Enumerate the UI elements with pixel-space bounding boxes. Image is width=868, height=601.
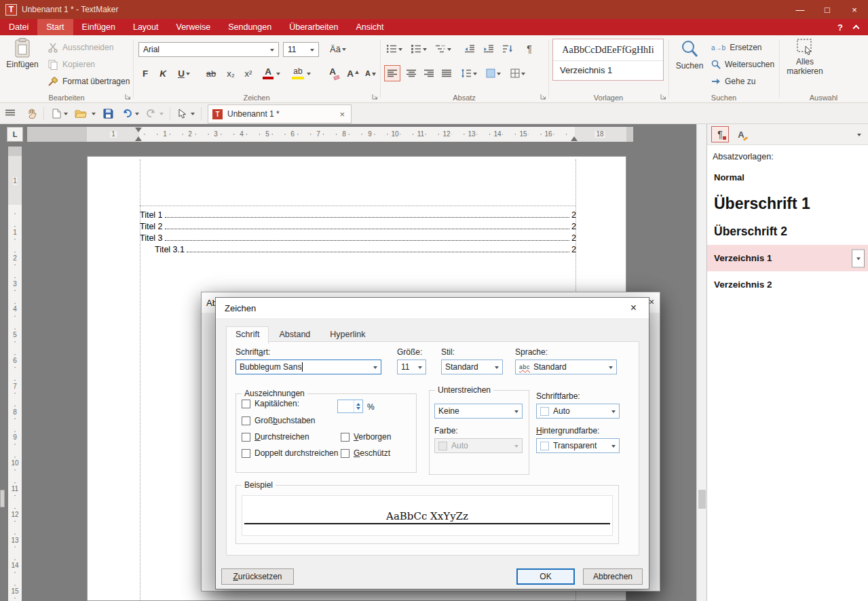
goto-button[interactable]: Gehe zu <box>711 73 755 90</box>
justify-button[interactable] <box>438 65 455 81</box>
left-panel-grip[interactable] <box>0 490 5 507</box>
copy-button[interactable]: Kopieren <box>48 56 95 73</box>
vertical-ruler[interactable] <box>8 147 22 601</box>
save-button[interactable] <box>100 105 115 121</box>
tab-stop-selector[interactable]: L <box>7 127 23 142</box>
checkbox-icon[interactable] <box>341 449 350 458</box>
undo-button[interactable] <box>119 105 134 121</box>
shading-button[interactable] <box>483 65 504 81</box>
open-button[interactable] <box>72 105 90 121</box>
increase-indent-button[interactable] <box>480 41 497 57</box>
bold-button[interactable]: F <box>137 65 153 81</box>
style-preview-item[interactable]: AaBbCcDdEeFfGgHhIi <box>553 39 663 61</box>
shrink-font-button[interactable]: A <box>362 65 379 81</box>
protected-checkbox[interactable]: Geschützt <box>341 448 390 458</box>
paste-button[interactable]: Einfügen <box>4 38 41 70</box>
format-painter-button[interactable]: Format übertragen <box>48 73 130 90</box>
font-color-combo[interactable]: Auto <box>536 404 620 419</box>
spinner-down-icon[interactable] <box>354 406 362 412</box>
numbered-list-button[interactable] <box>409 41 429 57</box>
document-tab-close-icon[interactable]: × <box>337 109 347 119</box>
style-list-item[interactable]: Überschrift 1 <box>707 189 868 218</box>
new-document-menu[interactable] <box>62 105 70 121</box>
character-styles-tab[interactable]: A <box>732 126 750 142</box>
formatting-marks-button[interactable]: ¶ <box>521 41 537 57</box>
sidebar-menu-icon[interactable] <box>857 134 861 138</box>
highlight-button[interactable]: ab <box>288 65 314 81</box>
redo-button[interactable] <box>144 105 159 121</box>
font-size-combo[interactable]: 11 <box>283 42 319 57</box>
grow-font-button[interactable]: A <box>345 65 361 81</box>
cut-button[interactable]: Ausschneiden <box>48 39 113 56</box>
underline-style-combo[interactable]: Keine <box>434 404 523 419</box>
first-line-indent-marker[interactable] <box>135 128 142 132</box>
ribbon-tab[interactable]: Datei <box>0 19 37 35</box>
underline-color-combo[interactable]: Auto <box>434 438 523 453</box>
line-spacing-button[interactable] <box>459 65 479 81</box>
clear-formatting-button[interactable]: A <box>324 65 341 81</box>
ok-button[interactable]: OK <box>516 568 575 585</box>
checkbox-icon[interactable] <box>242 416 250 425</box>
minimize-button[interactable]: — <box>787 0 814 19</box>
checkbox-icon[interactable] <box>242 433 250 442</box>
ribbon-tab[interactable]: Sendungen <box>219 19 280 35</box>
checkbox-icon[interactable] <box>341 433 350 442</box>
style-list-item[interactable]: Verzeichnis 2 <box>707 271 868 298</box>
undo-menu[interactable] <box>133 105 141 121</box>
font-color-button[interactable]: A <box>259 65 282 81</box>
select-tool-button[interactable] <box>175 105 190 121</box>
sort-button[interactable] <box>499 41 516 57</box>
decrease-indent-button[interactable] <box>461 41 478 57</box>
checkbox-icon[interactable] <box>242 400 250 408</box>
maximize-button[interactable]: □ <box>814 0 841 19</box>
paragraph-styles-tab[interactable]: ¶ <box>711 126 729 142</box>
superscript-button[interactable]: x² <box>240 65 257 81</box>
underline-button[interactable]: U <box>172 65 195 81</box>
dialog-font-name-combo[interactable]: Bubblegum Sans <box>235 360 381 374</box>
all-caps-checkbox[interactable]: Großbuchstaben <box>242 416 315 425</box>
align-right-button[interactable] <box>421 65 437 81</box>
dialog-font-size-combo[interactable]: 11 <box>397 360 426 374</box>
italic-button[interactable]: K <box>155 65 171 81</box>
find-next-button[interactable]: Weitersuchen <box>711 56 774 73</box>
align-center-button[interactable] <box>403 65 419 81</box>
pan-tool-button[interactable] <box>24 105 39 121</box>
style-list-item[interactable]: Überschrift 2 <box>707 218 868 245</box>
cancel-button[interactable]: Abbrechen <box>583 568 643 585</box>
close-button[interactable]: × <box>841 0 868 19</box>
ribbon-tab[interactable]: Überarbeiten <box>280 19 347 35</box>
style-dropdown-button[interactable] <box>852 249 865 267</box>
right-indent-marker[interactable] <box>571 136 578 141</box>
style-preview-item[interactable]: Verzeichnis 1 <box>553 61 663 79</box>
small-caps-percent-spinner[interactable] <box>337 400 363 413</box>
open-menu[interactable] <box>90 105 98 121</box>
strikethrough-checkbox[interactable]: Durchstreichen <box>242 432 309 442</box>
scrollbar-thumb[interactable] <box>698 490 706 509</box>
reset-button[interactable]: Zurücksetzen <box>221 568 294 585</box>
change-case-button[interactable]: Ää <box>324 41 352 57</box>
hidden-checkbox[interactable]: Verborgen <box>341 432 391 442</box>
select-tool-menu[interactable] <box>189 105 197 121</box>
dialog-language-combo[interactable]: abc Standard <box>515 360 617 374</box>
ribbon-tab[interactable]: Ansicht <box>347 19 392 35</box>
dialog-titlebar[interactable]: Zeichen <box>216 298 649 318</box>
redo-menu[interactable] <box>157 105 166 121</box>
dialog-tab[interactable]: Schrift <box>226 326 269 344</box>
small-caps-checkbox[interactable]: Kapitälchen: <box>242 399 299 408</box>
bullet-list-button[interactable] <box>384 41 404 57</box>
toc-entry[interactable]: Titel 1 2 <box>140 208 576 220</box>
checkbox-icon[interactable] <box>242 449 250 458</box>
help-icon[interactable]: ? <box>837 22 843 33</box>
spinner-up-icon[interactable] <box>354 400 362 406</box>
replace-button[interactable]: a→b Ersetzen <box>711 39 761 56</box>
background-color-combo[interactable]: Transparent <box>536 438 620 453</box>
double-strikethrough-checkbox[interactable]: Doppelt durchstreichen <box>242 448 338 458</box>
subscript-button[interactable]: x₂ <box>223 65 239 81</box>
align-left-button[interactable] <box>384 65 400 81</box>
strikethrough-button[interactable]: ab <box>202 65 220 81</box>
ribbon-tab[interactable]: Start <box>37 19 73 35</box>
toolbar-menu-button[interactable] <box>3 105 18 121</box>
dialog-font-style-combo[interactable]: Standard <box>441 360 503 374</box>
zeichen-dialog-launcher-icon[interactable] <box>371 93 379 100</box>
search-button[interactable]: Suchen <box>672 39 707 71</box>
